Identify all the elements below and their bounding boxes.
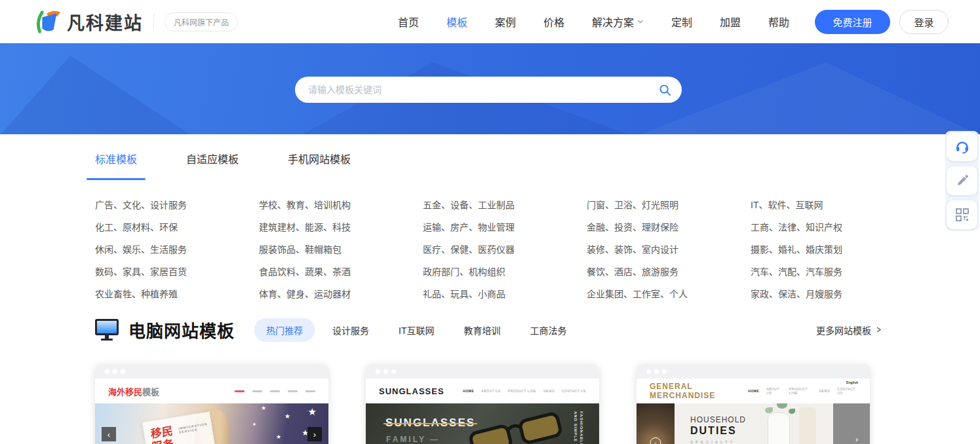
feedback-button[interactable] (947, 166, 977, 195)
search-input[interactable] (308, 84, 659, 95)
filter-legal[interactable]: 工商法务 (518, 318, 578, 342)
merch-hero-line3: SPECIALTY (690, 440, 735, 444)
more-templates-link[interactable]: 更多网站模板 (816, 324, 882, 337)
customer-service-button[interactable] (947, 132, 977, 161)
category-link[interactable]: 数码、家具、家居百货 (95, 261, 259, 283)
sunglasses-hero-title: SUNGLASSES (385, 416, 475, 430)
nav-item-help[interactable]: 帮助 (755, 0, 803, 43)
category-link[interactable]: 化工、原材料、环保 (95, 216, 259, 238)
mini-hero-sunglasses: SUNGLASSES FAMILY — DELICACY AND SIMPLE … (366, 403, 599, 444)
flag-star: ★ (261, 405, 266, 411)
category-link[interactable]: 工商、法律、知识产权 (751, 216, 914, 238)
filter-pills: 热门推荐 设计服务 IT互联网 教育培训 工商法务 (254, 318, 578, 342)
category-link[interactable]: 企业集团、工作室、个人 (587, 283, 751, 305)
category-link[interactable]: 服装饰品、鞋帽箱包 (259, 238, 423, 261)
category-link[interactable]: 休闲、娱乐、生活服务 (95, 238, 259, 261)
mini-nav: HOME ABOUT US PRODUCT LINE NEWS CONTACT … (463, 389, 586, 393)
side-photo-panel: ‹ (637, 403, 675, 444)
mini-nav-item: HOME (463, 389, 474, 393)
carousel-prev-button[interactable]: ‹ (102, 427, 116, 441)
category-link[interactable]: 金融、投资、理财保险 (587, 216, 751, 238)
category-link[interactable]: 五金、设备、工业制品 (423, 194, 587, 216)
nav-item-custom[interactable]: 定制 (657, 0, 706, 43)
mini-nav-item (288, 390, 298, 392)
qr-code-icon (955, 208, 970, 222)
sunglasses-hero-line2: FAMILY — (386, 435, 440, 444)
browser-dot (113, 369, 117, 374)
mini-site-logo: GENERAL MERCHANDISE (650, 382, 748, 400)
bottle-shape (799, 407, 816, 444)
nav-item-home[interactable]: 首页 (384, 0, 433, 43)
category-link[interactable]: 建筑建材、能源、科技 (259, 216, 423, 238)
mini-nav-item: ABOUT US (766, 387, 782, 395)
login-button[interactable]: 登录 (899, 10, 949, 34)
browser-chrome-bar (366, 364, 599, 379)
filter-it-internet[interactable]: IT互联网 (387, 318, 446, 342)
category-link[interactable]: 政府部门、机构组织 (423, 261, 587, 283)
tab-mobile-templates[interactable]: 手机网站模板 (288, 151, 351, 180)
search-icon[interactable] (659, 84, 671, 96)
category-link[interactable]: IT、软件、互联网 (751, 194, 914, 216)
mini-site-logo: 海外移民模板 (108, 385, 159, 398)
nav-item-affiliate[interactable]: 加盟 (706, 0, 755, 43)
category-link[interactable]: 体育、健身、运动器材 (259, 283, 423, 305)
category-link[interactable]: 装修、装饰、室内设计 (587, 238, 751, 261)
category-link[interactable]: 农业畜牲、种植养殖 (95, 283, 259, 305)
register-button[interactable]: 免费注册 (815, 10, 890, 34)
carousel-prev-button[interactable]: ‹ (650, 437, 661, 444)
mini-hero-immigration: 移民服务 IMMIGRATION SERVICE ★ ★ ★ ★ ★ ★ ★ ★… (95, 403, 328, 444)
category-link[interactable]: 餐饮、酒店、旅游服务 (587, 261, 751, 283)
category-link[interactable]: 摄影、婚礼、婚庆策划 (751, 238, 914, 261)
headset-icon (954, 139, 970, 155)
nav-item-templates[interactable]: 模板 (433, 0, 481, 43)
mini-nav: HOME ABOUT US PRODUCT LINE NEWS CONTACT … (748, 387, 857, 395)
nav-item-solutions[interactable]: 解决方案 (578, 0, 657, 43)
category-link[interactable]: 学校、教育、培训机构 (259, 194, 423, 216)
category-link[interactable]: 医疗、保健、医药仪器 (423, 238, 587, 261)
category-link[interactable]: 广告、文化、设计服务 (95, 194, 259, 216)
browser-chrome-bar (637, 364, 870, 379)
floating-toolbar (945, 131, 979, 231)
carousel-next-button[interactable]: › (307, 427, 322, 441)
tab-standard-templates[interactable]: 标准模板 (95, 151, 137, 180)
mini-site-header: GENERAL MERCHANDISE English HOME ABOUT U… (637, 379, 870, 403)
mini-hero-merchandise: ‹ HOUSEHOLD DUTIES SPECIALTY › (637, 403, 870, 444)
template-card-immigration[interactable]: 海外移民模板 移民服务 IMMIGRATION SERVICE ★ ★ (95, 364, 328, 444)
category-link[interactable]: 运输、房产、物业管理 (423, 216, 587, 238)
filter-design-service[interactable]: 设计服务 (321, 318, 381, 342)
mini-site-logo: SUNGLASSES (379, 386, 444, 396)
nav-item-cases[interactable]: 案例 (481, 0, 530, 43)
monitor-icon (95, 319, 119, 341)
nav-item-pricing[interactable]: 价格 (530, 0, 578, 43)
logo[interactable]: 凡科建站 (34, 8, 143, 35)
plant-leaf (777, 403, 787, 409)
merchandise-hero-center: HOUSEHOLD DUTIES SPECIALTY (675, 403, 833, 444)
category-link[interactable]: 食品饮料、蔬果、茶酒 (259, 261, 423, 283)
browser-dot (654, 369, 659, 374)
chevron-right-icon (876, 327, 882, 333)
tab-adaptive-templates[interactable]: 自适应模板 (186, 151, 239, 180)
browser-dot (376, 369, 380, 374)
template-card-merchandise[interactable]: GENERAL MERCHANDISE English HOME ABOUT U… (637, 364, 870, 444)
language-switch: English (846, 380, 858, 384)
logo-text: 凡科建站 (67, 9, 143, 35)
category-link[interactable]: 门窗、卫浴、灯光照明 (587, 194, 751, 216)
flag-star: ★ (284, 413, 290, 420)
category-link[interactable]: 礼品、玩具、小商品 (423, 283, 587, 305)
category-link[interactable]: 汽车、汽配、汽车服务 (751, 261, 914, 283)
category-link[interactable]: 家政、保洁、月嫂服务 (751, 283, 914, 305)
main-nav: 首页 模板 案例 价格 解决方案 定制 加盟 帮助 (384, 0, 803, 43)
vase-shape (768, 413, 790, 444)
carousel-next-button[interactable]: › (855, 435, 858, 444)
template-card-sunglasses[interactable]: SUNGLASSES HOME ABOUT US PRODUCT LINE NE… (366, 364, 599, 444)
flag-star: ★ (276, 434, 281, 440)
filter-hot-recommend[interactable]: 热门推荐 (254, 318, 315, 342)
immigration-banner-card: 移民服务 IMMIGRATION SERVICE (142, 411, 218, 444)
filter-education[interactable]: 教育培训 (452, 318, 512, 342)
flag-star: ★ (308, 406, 317, 418)
immigration-hero-title: 移民服务 (151, 424, 176, 444)
qr-code-button[interactable] (947, 200, 977, 229)
top-header: 凡科建站 凡科网旗下产品 首页 模板 案例 价格 解决方案 定制 加盟 帮助 免… (0, 0, 980, 43)
vertical-tagline: AND SIMPLE FASHIONABLE (574, 411, 583, 444)
browser-chrome-bar (95, 364, 328, 379)
